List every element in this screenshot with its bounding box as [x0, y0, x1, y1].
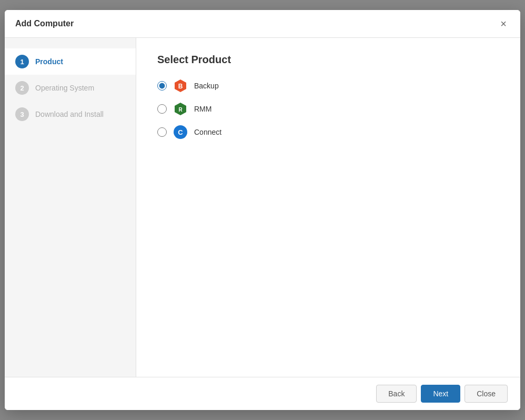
- rmm-icon: R: [173, 102, 188, 116]
- product-name-connect: Connect: [194, 128, 221, 136]
- section-title: Select Product: [157, 54, 499, 66]
- product-name-backup: Backup: [194, 82, 219, 90]
- svg-text:B: B: [178, 83, 183, 90]
- sidebar: 1 Product 2 Operating System 3 Download …: [5, 38, 136, 377]
- modal-footer: Back Next Close: [5, 377, 520, 410]
- svg-text:C: C: [178, 128, 183, 136]
- modal: Add Computer × 1 Product 2 Operating Sys…: [5, 10, 520, 410]
- radio-connect[interactable]: [157, 127, 167, 137]
- step-number-3: 3: [15, 107, 29, 121]
- modal-header: Add Computer ×: [5, 10, 520, 38]
- step-number-1: 1: [15, 55, 29, 68]
- radio-backup[interactable]: [157, 81, 167, 91]
- product-item-backup[interactable]: B Backup: [157, 78, 499, 93]
- product-item-rmm[interactable]: R RMM: [157, 102, 499, 116]
- sidebar-item-product[interactable]: 1 Product: [5, 48, 136, 75]
- svg-text:R: R: [178, 107, 183, 113]
- step-number-2: 2: [15, 81, 29, 95]
- next-button[interactable]: Next: [421, 385, 460, 403]
- connect-icon: C: [173, 125, 188, 139]
- product-name-rmm: RMM: [194, 105, 211, 113]
- close-button[interactable]: Close: [465, 385, 508, 403]
- sidebar-item-download[interactable]: 3 Download and Install: [5, 101, 136, 127]
- step-label-os: Operating System: [35, 84, 94, 92]
- modal-title: Add Computer: [15, 19, 74, 28]
- product-list: B Backup R RMM: [157, 78, 499, 139]
- main-content: Select Product B Backup: [136, 38, 520, 377]
- modal-body: 1 Product 2 Operating System 3 Download …: [5, 38, 520, 377]
- step-label-download: Download and Install: [35, 110, 104, 118]
- radio-rmm[interactable]: [157, 104, 167, 114]
- modal-overlay: Add Computer × 1 Product 2 Operating Sys…: [0, 0, 525, 420]
- sidebar-item-os[interactable]: 2 Operating System: [5, 75, 136, 101]
- backup-icon: B: [173, 78, 188, 93]
- back-button[interactable]: Back: [376, 385, 417, 403]
- product-item-connect[interactable]: C Connect: [157, 125, 499, 139]
- step-label-product: Product: [35, 57, 63, 66]
- modal-close-button[interactable]: ×: [497, 17, 510, 30]
